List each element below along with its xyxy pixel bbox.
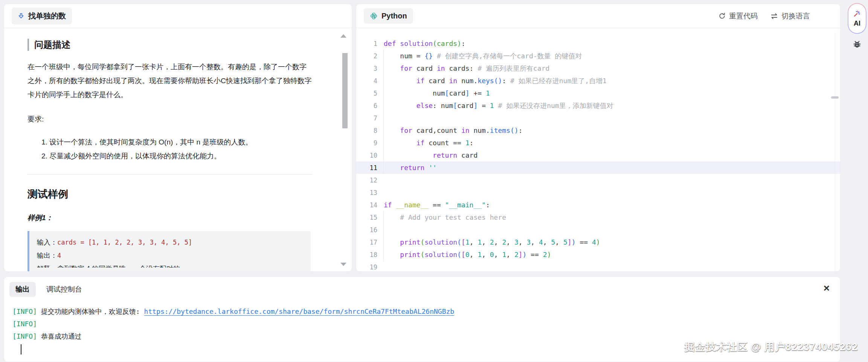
code-token: () [494, 77, 502, 85]
code-line-text: print(solution([1, 1, 2, 2, 3, 3, 4, 5, … [377, 238, 600, 246]
code-token: 1 [477, 251, 482, 259]
editor-scrollbar-thumb[interactable] [831, 96, 839, 99]
problem-panel-header: 找单独的数 [4, 4, 352, 28]
code-token: count == [424, 139, 465, 147]
editor-panel: Python 重置代码 切换语言 1def solution(cards):2 … [356, 4, 841, 272]
code-line: 4 if card in num.keys(): # 如果已经存进num里了,自… [356, 75, 840, 87]
code-token [384, 139, 416, 147]
language-tab-label: Python [381, 12, 407, 20]
line-number: 19 [356, 263, 377, 271]
line-number: 12 [356, 176, 377, 184]
code-token: = [477, 102, 490, 110]
line-number: 4 [356, 77, 377, 85]
code-token: , [482, 238, 490, 246]
console-cursor [21, 344, 21, 354]
code-line-text: for card,count in num.items(): [377, 126, 523, 134]
language-tab[interactable]: Python [364, 8, 413, 24]
code-line: 18 print(solution([0, 1, 0, 1, 2]) == 2) [356, 248, 840, 261]
line-number: 2 [356, 52, 377, 60]
code-token: __name__ [396, 201, 429, 209]
tab-output[interactable]: 输出 [9, 282, 36, 297]
requirements-list: 设计一个算法，使其时间复杂度为 O(n)，其中 n 是班级的人数。尽量减少额外空… [27, 135, 312, 163]
code-editor[interactable]: 1def solution(cards):2 num = {} # 创建空字典,… [356, 33, 840, 271]
code-token: 1 [477, 238, 482, 246]
code-token: solution [424, 251, 457, 259]
code-token: ( [421, 238, 425, 246]
code-line-text: def solution(cards): [377, 40, 465, 47]
ai-sparkle-icon [853, 9, 861, 18]
code-token: : [461, 40, 465, 47]
code-token: : num [433, 102, 453, 110]
code-token: ) [572, 238, 576, 246]
code-token: 4 [539, 238, 543, 246]
console-link[interactable]: https://bytedance.larkoffice.com/share/b… [144, 307, 455, 315]
samples-title: 测试样例 [27, 187, 313, 201]
log-text: 提交功能内测体验中，欢迎反馈: [37, 307, 144, 316]
code-token: ] [473, 102, 477, 110]
code-line: 15 # Add your test cases here [356, 211, 840, 224]
problem-scrollbar-thumb[interactable] [342, 53, 348, 128]
code-token: ( [421, 251, 425, 259]
code-line-text: print(solution([0, 1, 0, 1, 2]) == 2) [377, 251, 551, 259]
code-token: # 遍历列表里所有card [477, 64, 549, 72]
requirement-item: 尽量减少额外空间的使用，以体现你的算法优化能力。 [49, 149, 312, 163]
code-token: cards: [445, 64, 478, 72]
sample-output-code: 4 [57, 252, 61, 259]
code-token: card [449, 89, 465, 97]
line-number: 1 [356, 40, 377, 47]
line-number: 14 [356, 201, 377, 209]
console-line: [INFO] [12, 318, 840, 330]
code-token: ( [457, 238, 461, 246]
code-token: for [400, 126, 412, 134]
code-token: cards [437, 40, 457, 47]
close-icon[interactable]: × [824, 283, 830, 294]
line-number: 10 [356, 152, 377, 159]
code-token: # 创建空字典,存储每一个card-数量 的键值对 [437, 52, 582, 60]
code-line-text: if count == 1: [377, 139, 473, 147]
switch-language-label: 切换语言 [781, 11, 810, 21]
code-line: 2 num = {} # 创建空字典,存储每一个card-数量 的键值对 [356, 50, 840, 62]
log-level-badge: [INFO] [12, 320, 37, 328]
code-token: ] [567, 238, 572, 246]
requirements-label: 要求: [27, 112, 313, 126]
code-token: if [384, 201, 392, 209]
code-token: num. [457, 77, 477, 85]
code-token: ( [433, 40, 437, 47]
editor-scroll-divider [835, 33, 835, 271]
code-line: 14if __name__ == "__main__": [356, 199, 840, 211]
switch-language-button[interactable]: 切换语言 [770, 11, 810, 21]
code-token: # Add your test cases here [400, 213, 506, 221]
code-token: 1 [490, 102, 494, 110]
code-token: 1 [465, 238, 470, 246]
code-token: '' [429, 164, 437, 172]
debug-bug-button[interactable] [851, 38, 863, 50]
problem-description-title: 问题描述 [27, 39, 313, 51]
code-token [424, 164, 429, 172]
line-number: 13 [356, 189, 377, 196]
code-token: solution [400, 40, 433, 47]
code-token [384, 151, 433, 159]
bug-icon [851, 38, 863, 50]
problem-tab-label: 找单独的数 [28, 11, 66, 21]
code-token [396, 40, 400, 47]
code-token [384, 102, 416, 110]
code-token: [ [461, 251, 465, 259]
problem-tab[interactable]: 找单独的数 [12, 8, 72, 24]
scroll-down-arrow[interactable] [340, 263, 346, 266]
code-token [494, 102, 498, 110]
code-token: , [506, 251, 514, 259]
code-line: 13 [356, 186, 840, 199]
reset-code-button[interactable]: 重置代码 [719, 11, 758, 21]
code-token: [ [461, 238, 465, 246]
code-line-text: if __name__ == "__main__": [377, 201, 490, 209]
switch-arrows-icon [770, 13, 778, 20]
sample-2-box-partial [27, 268, 311, 271]
code-token: : [519, 126, 523, 134]
ai-button-label: AI [854, 20, 860, 27]
code-line-text: if card in num.keys(): # 如果已经存进num里了,自增1 [377, 76, 607, 85]
ai-assistant-button[interactable]: AI [848, 3, 866, 34]
code-line: 10 return card [356, 149, 840, 161]
scroll-up-arrow[interactable] [340, 34, 346, 38]
tab-debug-console[interactable]: 调试控制台 [46, 284, 82, 294]
code-token: , [543, 238, 551, 246]
